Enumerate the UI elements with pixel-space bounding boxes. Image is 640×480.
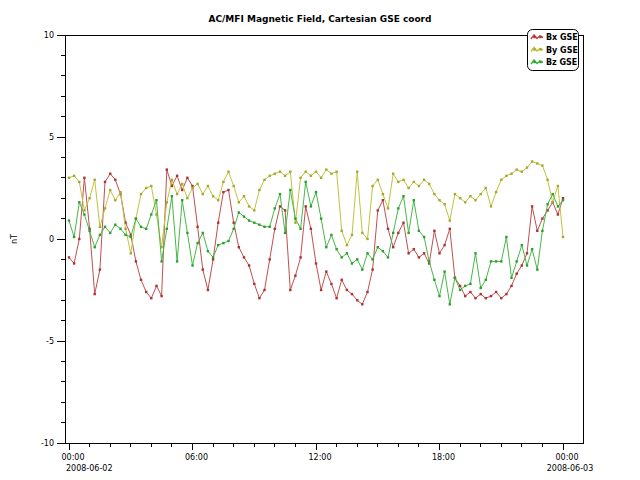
chart-title: AC/MFI Magnetic Field, Cartesian GSE coo… — [208, 14, 431, 24]
x-axis-date-start: 2008-06-02 — [66, 464, 113, 473]
legend: Bx GSE By GSE Bz GSE — [528, 30, 579, 71]
legend-label-bx: Bx GSE — [546, 33, 578, 42]
series-by-gse — [68, 160, 564, 254]
y-tick-label: -5 — [46, 337, 54, 346]
y-axis-label: nT — [10, 234, 19, 244]
axes: -10-5051000:0006:0012:0018:0000:00 — [41, 31, 579, 462]
plot-area-frame — [65, 35, 583, 443]
data-series-layer — [68, 160, 564, 305]
x-tick-label: 00:00 — [61, 453, 84, 462]
x-tick-label: 12:00 — [308, 453, 331, 462]
x-tick-label: 00:00 — [555, 453, 578, 462]
y-tick-label: 10 — [44, 31, 54, 40]
y-tick-label: -10 — [41, 439, 54, 448]
y-tick-label: 0 — [49, 235, 54, 244]
chart-canvas: AC/MFI Magnetic Field, Cartesian GSE coo… — [0, 0, 640, 480]
x-axis-date-end: 2008-06-03 — [547, 464, 594, 473]
x-tick-label: 18:00 — [432, 453, 455, 462]
magnetic-field-plot: AC/MFI Magnetic Field, Cartesian GSE coo… — [0, 0, 640, 480]
series-bz-gse — [68, 181, 564, 306]
x-tick-label: 06:00 — [185, 453, 208, 462]
legend-label-by: By GSE — [546, 46, 578, 55]
series-bx-gse — [68, 168, 564, 305]
y-tick-label: 5 — [49, 133, 54, 142]
legend-label-bz: Bz GSE — [546, 58, 577, 67]
